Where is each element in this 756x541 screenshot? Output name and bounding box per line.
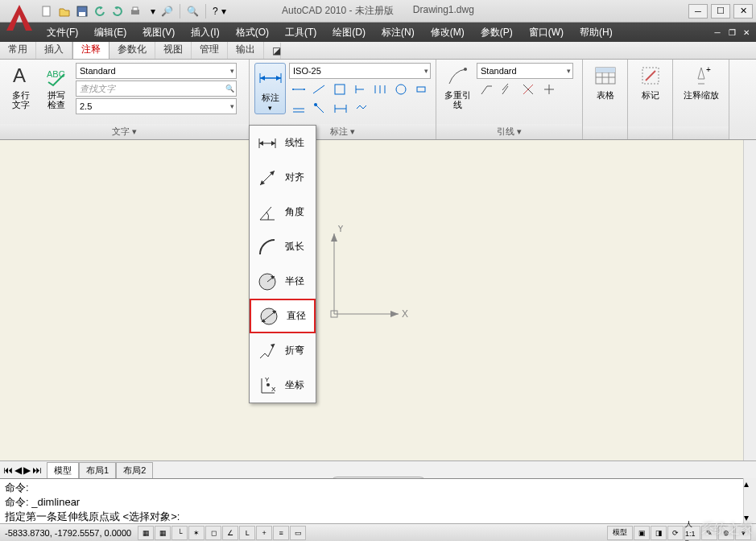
sb-otrack-icon[interactable]: ∠	[222, 526, 238, 540]
dd-radius[interactable]: 半径	[250, 264, 316, 299]
help-icon[interactable]: ?	[213, 6, 218, 17]
menu-tools[interactable]: 工具(T)	[277, 23, 324, 42]
anno-scale-button[interactable]: + 注释缩放	[678, 63, 724, 100]
dim-tool-6[interactable]	[391, 81, 410, 98]
tab-extra-icon[interactable]: ◪	[264, 43, 281, 59]
dim-tool-4[interactable]	[350, 81, 369, 98]
panel-title-text[interactable]: 文字 ▾	[0, 124, 249, 139]
text-height-combo[interactable]: 2.5▾	[76, 98, 237, 114]
close-button[interactable]: ✕	[733, 4, 753, 19]
mleader-button[interactable]: 多重引线	[441, 63, 473, 109]
sb-osnap-icon[interactable]: ◻	[205, 526, 221, 540]
dd-angular[interactable]: 角度	[250, 195, 316, 229]
markup-button[interactable]: 标记	[634, 63, 667, 100]
dd-diameter[interactable]: 直径	[250, 299, 316, 333]
leader-tool-3[interactable]	[518, 81, 538, 98]
menu-modify[interactable]: 修改(M)	[423, 23, 473, 42]
qat-dropdown-icon[interactable]: ▾	[145, 3, 161, 19]
maximize-button[interactable]: ☐	[711, 4, 730, 19]
menu-format[interactable]: 格式(O)	[228, 23, 277, 42]
minimize-button[interactable]: ─	[688, 4, 708, 19]
dim-tool-11[interactable]	[352, 100, 371, 118]
sb-r2-icon[interactable]: ◨	[651, 526, 667, 540]
find-text-input[interactable]: 查找文字🔍	[76, 81, 237, 97]
binoculars-icon[interactable]: 🔎	[161, 6, 173, 17]
save-icon[interactable]	[74, 3, 90, 19]
sb-r3-icon[interactable]: ⟳	[667, 526, 684, 540]
dim-tool-7[interactable]	[412, 81, 431, 98]
drawing-canvas[interactable]: Y X	[0, 140, 756, 460]
layout-nav-first-icon[interactable]: ⏮	[3, 465, 13, 476]
sb-ducs-icon[interactable]: L	[239, 526, 255, 540]
dim-tool-9[interactable]	[310, 100, 329, 118]
sb-lwt-icon[interactable]: ≡	[273, 526, 289, 540]
sb-qp-icon[interactable]: ▭	[290, 526, 306, 540]
layout-tab-2[interactable]: 布局2	[116, 462, 153, 478]
menu-help[interactable]: 帮助(H)	[572, 23, 621, 42]
tab-insert[interactable]: 插入	[36, 40, 72, 59]
sb-polar-icon[interactable]: ✶	[188, 526, 204, 540]
layout-tab-1[interactable]: 布局1	[79, 462, 116, 478]
mtext-button[interactable]: A 多行 文字	[5, 63, 37, 109]
sb-model-button[interactable]: 模型	[607, 526, 633, 540]
leader-style-combo[interactable]: Standard▾	[477, 63, 573, 79]
layout-nav-next-icon[interactable]: ▶	[23, 465, 31, 476]
spellcheck-button[interactable]: ABC 拼写 检查	[40, 63, 72, 109]
dim-tool-1[interactable]	[289, 81, 308, 98]
open-icon[interactable]	[56, 3, 72, 19]
menu-draw[interactable]: 绘图(D)	[324, 23, 374, 42]
key-icon[interactable]: 🔍	[187, 6, 199, 17]
dimension-split-button[interactable]: 标注 ▾	[254, 63, 286, 114]
print-icon[interactable]	[127, 3, 143, 19]
menu-insert[interactable]: 插入(I)	[183, 23, 227, 42]
sb-snap-icon[interactable]: ▦	[138, 526, 154, 540]
redo-icon[interactable]	[109, 3, 126, 19]
app-logo[interactable]	[3, 2, 35, 34]
dim-style-combo[interactable]: ISO-25▾	[289, 63, 431, 79]
doc-close-button[interactable]: ✕	[740, 27, 753, 38]
dd-linear[interactable]: 线性	[250, 126, 316, 160]
dd-arc[interactable]: 弧长	[250, 229, 316, 264]
command-window[interactable]: 命令: 命令: _dimlinear 指定第一条延伸线原点或 <选择对象>:	[0, 478, 756, 523]
dd-jogged[interactable]: 折弯	[250, 333, 316, 368]
dd-aligned[interactable]: 对齐	[250, 160, 316, 195]
tab-home[interactable]: 常用	[0, 40, 36, 59]
sb-grid-icon[interactable]: ▦	[155, 526, 171, 540]
menu-dimension[interactable]: 标注(N)	[374, 23, 423, 42]
undo-icon[interactable]	[92, 3, 108, 19]
menu-window[interactable]: 窗口(W)	[521, 23, 572, 42]
doc-minimize-button[interactable]: ─	[711, 27, 724, 38]
cmd-scrollbar[interactable]: ▴▾	[743, 478, 756, 523]
layout-nav-last-icon[interactable]: ⏭	[32, 465, 42, 476]
tab-annotate[interactable]: 注释	[72, 39, 109, 59]
sb-dyn-icon[interactable]: +	[256, 526, 272, 540]
tab-manage[interactable]: 管理	[192, 40, 228, 59]
sb-ortho-icon[interactable]: └	[171, 526, 188, 540]
layout-nav-prev-icon[interactable]: ◀	[14, 465, 22, 476]
vertical-scrollbar[interactable]	[743, 140, 756, 460]
panel-title-leader[interactable]: 引线 ▾	[436, 124, 582, 139]
menu-edit[interactable]: 编辑(E)	[86, 23, 134, 42]
tab-view[interactable]: 视图	[155, 40, 192, 59]
new-icon[interactable]	[39, 3, 55, 19]
dd-ordinate[interactable]: YX坐标	[250, 368, 316, 403]
menu-view[interactable]: 视图(V)	[134, 23, 183, 42]
dim-tool-8[interactable]	[289, 100, 308, 118]
dim-tool-2[interactable]	[309, 81, 328, 98]
menu-parametric[interactable]: 参数(P)	[473, 23, 521, 42]
table-button[interactable]: 表格	[589, 63, 622, 100]
layout-tab-model[interactable]: 模型	[47, 462, 79, 478]
leader-tool-2[interactable]	[498, 81, 517, 98]
dim-tool-3[interactable]	[330, 81, 349, 98]
infocenter-arrow-icon[interactable]: ▾	[221, 6, 226, 17]
doc-restore-button[interactable]: ❐	[725, 27, 738, 38]
sb-r1-icon[interactable]: ▣	[634, 526, 650, 540]
dim-tool-5[interactable]	[371, 81, 390, 98]
leader-tool-4[interactable]	[539, 81, 559, 98]
leader-tool-1[interactable]	[477, 81, 496, 98]
tab-output[interactable]: 输出	[228, 40, 264, 59]
dim-tool-10[interactable]	[331, 100, 350, 118]
text-style-combo[interactable]: Standard▾	[76, 63, 237, 79]
menu-file[interactable]: 文件(F)	[39, 23, 86, 42]
sb-annoscale-icon[interactable]: 人 1:1 ▾	[684, 526, 700, 540]
